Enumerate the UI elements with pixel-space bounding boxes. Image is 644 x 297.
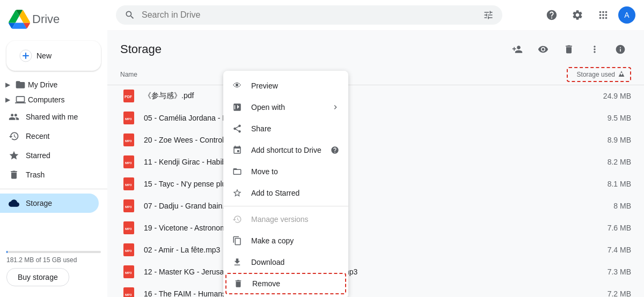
menu-item-move-to[interactable]: Move to	[223, 161, 348, 182]
history-icon	[232, 214, 243, 225]
submenu-arrow-icon	[331, 103, 340, 112]
nav-storage[interactable]: Storage	[0, 194, 99, 213]
cloud-icon	[9, 198, 19, 209]
starred-label: Starred	[26, 151, 50, 160]
avatar[interactable]: A	[618, 6, 635, 24]
storage-label: Storage	[26, 199, 52, 207]
table-row[interactable]: MP3 05 - Camélia Jordana - Facile.mp3 9.…	[107, 107, 644, 129]
table-row[interactable]: MP3 16 - The FAIM - Humans.mp3 7.2 MB	[107, 283, 644, 297]
file-rows: PDF 《参与感》.pdf 24.9 MB MP3 05 - Camélia J…	[107, 85, 644, 297]
share-icon	[232, 123, 243, 134]
table-row[interactable]: MP3 07 - Dadju - Grand bain.mp3 8 MB	[107, 195, 644, 217]
top-bar: A	[107, 0, 644, 30]
nav-trash[interactable]: Trash	[0, 165, 99, 184]
menu-item-download[interactable]: Download	[223, 251, 348, 273]
table-row[interactable]: MP3 12 - Master KG - Jerusalema (feat. N…	[107, 261, 644, 283]
trash-icon	[9, 169, 19, 180]
shortcut-icon	[232, 145, 243, 155]
file-type-icon: MP3	[120, 241, 137, 258]
file-type-icon: PDF	[120, 87, 137, 105]
nav-my-drive[interactable]: ▶ My Drive	[0, 77, 99, 92]
table-row[interactable]: MP3 19 - Vicetone - Astronomia.mp3 7.6 M…	[107, 217, 644, 239]
main-area: A Storage Name Stora	[107, 0, 644, 297]
table-row[interactable]: PDF 《参与感》.pdf 24.9 MB	[107, 85, 644, 107]
computers-label: Computers	[28, 95, 64, 104]
new-button[interactable]: New	[6, 41, 101, 71]
file-name: 《参与感》.pdf	[144, 91, 567, 101]
storage-section: 181.2 MB of 15 GB used Buy storage	[6, 251, 101, 286]
star-outline-icon	[232, 188, 243, 198]
menu-item-make-copy[interactable]: Make a copy	[223, 230, 348, 251]
svg-text:MP3: MP3	[125, 293, 132, 296]
menu-item-remove[interactable]: Remove	[225, 273, 346, 294]
more-options-button[interactable]	[584, 39, 605, 60]
search-bar-container[interactable]	[116, 5, 502, 25]
google-drive-logo	[9, 9, 30, 30]
nav-recent[interactable]: Recent	[0, 127, 99, 146]
shared-with-me-label: Shared with me	[26, 113, 78, 121]
info-button[interactable]	[610, 39, 631, 60]
menu-item-manage-versions: Manage versions	[223, 209, 348, 230]
file-size: 9.5 MB	[567, 114, 631, 122]
file-name: 07 - Dadju - Grand bain.mp3	[144, 202, 567, 210]
menu-item-share[interactable]: Share	[223, 118, 348, 139]
file-size: 24.9 MB	[567, 92, 631, 100]
menu-item-label: Share	[251, 124, 271, 133]
menu-item-open-with[interactable]: Open with	[223, 96, 348, 118]
menu-item-label: Add shortcut to Drive	[251, 146, 321, 154]
download-icon	[232, 257, 243, 268]
menu-item-preview[interactable]: 👁 Preview	[223, 75, 348, 96]
eye-icon: 👁	[232, 80, 243, 91]
filter-icon[interactable]	[483, 10, 494, 20]
add-people-button[interactable]	[507, 39, 528, 60]
svg-text:MP3: MP3	[125, 117, 132, 121]
menu-item-add-starred[interactable]: Add to Starred	[223, 182, 348, 204]
col-storage-header[interactable]: Storage used	[567, 67, 631, 82]
search-input[interactable]	[142, 10, 477, 20]
new-button-label: New	[36, 51, 52, 60]
file-size: 8.9 MB	[567, 136, 631, 144]
nav-shared-with-me[interactable]: Shared with me	[0, 107, 99, 127]
help-icon[interactable]	[330, 145, 340, 155]
content-header: Storage	[107, 30, 644, 64]
table-row[interactable]: MP3 15 - Tayc - N'y pense plus.mp3 8.1 M…	[107, 173, 644, 195]
help-button[interactable]	[541, 4, 562, 26]
table-row[interactable]: MP3 11 - Kendji Girac - Habibi.mp3 8.2 M…	[107, 151, 644, 173]
nav-computers[interactable]: ▶ Computers	[0, 92, 99, 107]
chevron-right-icon-computers: ▶	[2, 94, 13, 105]
file-type-icon: MP3	[120, 219, 137, 236]
svg-text:MP3: MP3	[125, 227, 132, 231]
file-type-icon: MP3	[120, 285, 137, 297]
file-name: 16 - The FAIM - Humans.mp3	[144, 289, 567, 297]
buy-storage-button[interactable]: Buy storage	[6, 268, 69, 286]
preview-button[interactable]	[532, 39, 554, 60]
file-size: 8.1 MB	[567, 180, 631, 188]
file-name: 11 - Kendji Girac - Habibi.mp3	[144, 158, 567, 166]
copy-icon	[232, 235, 243, 246]
storage-bar-bg	[6, 251, 101, 253]
app-name: Drive	[32, 12, 60, 26]
menu-item-label: Make a copy	[251, 236, 294, 245]
table-row[interactable]: MP3 02 - Amir - La fête.mp3 7.4 MB	[107, 239, 644, 261]
file-table: Name Storage used PDF 《参与感》.pdf 24.9 MB …	[107, 64, 644, 297]
context-menu: 👁 Preview Open with Share Add shortcut t…	[223, 71, 348, 297]
menu-item-label: Move to	[251, 167, 278, 176]
settings-button[interactable]	[567, 4, 588, 26]
apps-button[interactable]	[592, 4, 614, 26]
table-header: Name Storage used	[107, 64, 644, 85]
menu-item-add-shortcut[interactable]: Add shortcut to Drive	[223, 139, 348, 161]
search-icon	[125, 10, 135, 20]
menu-item-label: Open with	[251, 103, 285, 112]
file-type-icon: MP3	[120, 153, 137, 170]
file-type-icon: MP3	[120, 197, 137, 214]
menu-item-label: Download	[251, 258, 284, 266]
table-row[interactable]: MP3 20 - Zoe Wees - Control.mp3 8.9 MB	[107, 129, 644, 151]
file-type-icon: MP3	[120, 175, 137, 192]
file-type-icon: MP3	[120, 131, 137, 148]
folder-icon	[15, 79, 26, 90]
storage-used-text: 181.2 MB of 15 GB used	[6, 256, 101, 264]
delete-button[interactable]	[558, 39, 580, 60]
my-drive-label: My Drive	[28, 80, 57, 89]
svg-text:PDF: PDF	[125, 95, 133, 99]
nav-starred[interactable]: Starred	[0, 146, 99, 165]
